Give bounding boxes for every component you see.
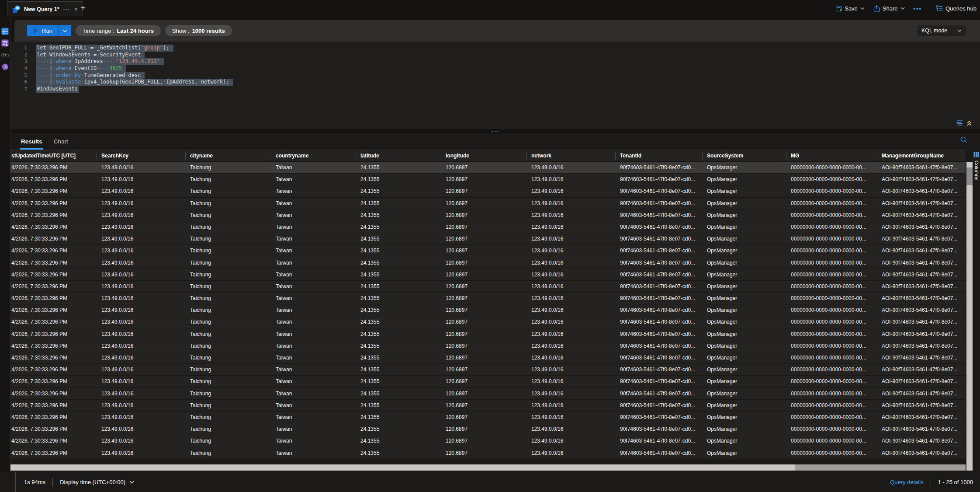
- table-row[interactable]: 4/2026, 7:30:33.296 PM123.49.0.0/16Taich…: [10, 352, 966, 364]
- tables-icon[interactable]: [1, 27, 9, 35]
- columns-panel-tab[interactable]: Columns: [973, 150, 980, 464]
- save-button[interactable]: Save: [835, 5, 865, 12]
- column-header[interactable]: latitude: [356, 150, 441, 161]
- table-cell: 123.49.0.0/16: [527, 269, 616, 280]
- horizontal-scrollbar-thumb[interactable]: [795, 464, 966, 471]
- editor-results-splitter[interactable]: ···: [10, 129, 980, 133]
- table-cell: 24.1355: [356, 245, 441, 256]
- table-row[interactable]: 4/2026, 7:30:33.296 PM123.49.0.0/16Taich…: [10, 304, 966, 316]
- table-cell: 90f74603-5461-47f0-8e07-cd0...: [616, 162, 703, 173]
- table-row[interactable]: 4/2026, 7:30:33.296 PM123.49.0.0/16Taich…: [10, 257, 966, 269]
- query-history-icon[interactable]: [1, 63, 9, 70]
- code-line[interactable]: 5····|·order·by·TimeGenerated·desc: [10, 72, 980, 79]
- table-cell: 90f74603-5461-47f0-8e07-cd0...: [616, 376, 703, 387]
- table-row[interactable]: 4/2026, 7:30:33.296 PM123.49.0.0/16Taich…: [10, 269, 966, 281]
- vertical-scrollbar-thumb[interactable]: [966, 167, 973, 185]
- tab-close-icon[interactable]: ×: [74, 6, 78, 13]
- collapse-editor-icon[interactable]: [966, 120, 972, 126]
- column-header[interactable]: SourceSystem: [703, 150, 786, 161]
- column-header[interactable]: TenantId: [616, 150, 703, 161]
- query-tab[interactable]: New Query 1* ··· ×: [7, 1, 83, 16]
- show-results-pill[interactable]: Show : 1000 results: [165, 25, 232, 36]
- vertical-scrollbar[interactable]: [966, 162, 973, 471]
- time-range-pill[interactable]: Time range : Last 24 hours: [76, 25, 161, 36]
- table-cell: 123.49.0.0/16: [97, 185, 186, 197]
- table-cell: 123.49.0.0/16: [97, 388, 186, 399]
- column-header[interactable]: network: [527, 150, 616, 161]
- table-cell: 90f74603-5461-47f0-8e07-cd0...: [616, 316, 703, 328]
- table-row[interactable]: 4/2026, 7:30:33.296 PM123.49.0.0/16Taich…: [10, 281, 966, 293]
- more-actions-icon[interactable]: •••: [914, 5, 922, 12]
- table-cell: 120.6897: [441, 376, 527, 387]
- table-row[interactable]: 4/2026, 7:30:33.296 PM123.49.0.0/16Taich…: [10, 245, 966, 257]
- table-row[interactable]: 4/2026, 7:30:33.296 PM123.49.0.0/16Taich…: [10, 162, 966, 174]
- show-label: Show :: [172, 28, 190, 34]
- table-cell: Taichung: [186, 209, 271, 221]
- table-cell: 00000000-0000-0000-0000-00...: [786, 257, 877, 269]
- code-line[interactable]: 4····|·where·EventID·==·4625: [10, 65, 980, 72]
- table-cell: 24.1355: [356, 174, 441, 185]
- save-icon: [835, 5, 842, 12]
- table-cell: 24.1355: [356, 423, 441, 435]
- code-line[interactable]: 6····|·evaluate·ipv4_lookup(GeoIPDB_FULL…: [10, 79, 980, 86]
- table-cell: 123.49.0.0/16: [527, 376, 616, 387]
- table-row[interactable]: 4/2026, 7:30:33.296 PM123.49.0.0/16Taich…: [10, 316, 966, 328]
- queries-hub-button[interactable]: Queries hub: [936, 5, 977, 12]
- tab-chart[interactable]: Chart: [53, 138, 69, 150]
- column-header[interactable]: MG: [786, 150, 877, 161]
- new-tab-button[interactable]: +: [78, 3, 88, 14]
- table-row[interactable]: 4/2026, 7:30:33.296 PM123.49.0.0/16Taich…: [10, 198, 966, 209]
- table-row[interactable]: 4/2026, 7:30:33.296 PM123.49.0.0/16Taich…: [10, 221, 966, 233]
- table-row[interactable]: 4/2026, 7:30:33.296 PM123.49.0.0/16Taich…: [10, 185, 966, 197]
- table-row[interactable]: 4/2026, 7:30:33.296 PM123.49.0.0/16Taich…: [10, 412, 966, 423]
- tab-results[interactable]: Results: [20, 138, 43, 150]
- table-row[interactable]: 4/2026, 7:30:33.296 PM123.49.0.0/16Taich…: [10, 293, 966, 304]
- table-row[interactable]: 4/2026, 7:30:33.296 PM123.49.0.0/16Taich…: [10, 400, 966, 412]
- column-header[interactable]: SearchKey: [97, 150, 186, 161]
- table-cell: 90f74603-5461-47f0-8e07-cd0...: [616, 423, 703, 435]
- table-cell: 120.6897: [441, 269, 527, 280]
- functions-icon[interactable]: {fx}: [1, 51, 9, 59]
- table-cell: 123.49.0.0/16: [97, 447, 186, 459]
- table-cell: 123.49.0.0/16: [97, 162, 186, 173]
- share-button[interactable]: Share: [873, 5, 905, 12]
- column-header[interactable]: countryname: [271, 150, 356, 161]
- table-row[interactable]: 4/2026, 7:30:33.296 PM123.49.0.0/16Taich…: [10, 233, 966, 245]
- run-dropdown-button[interactable]: [59, 25, 71, 36]
- code-line[interactable]: 7WindowsEvents: [10, 86, 980, 93]
- table-row[interactable]: 4/2026, 7:30:33.296 PM123.49.0.0/16Taich…: [10, 364, 966, 376]
- column-header[interactable]: stUpdatedTimeUTC [UTC]: [10, 150, 97, 161]
- table-cell: 123.49.0.0/16: [527, 293, 616, 304]
- display-time-select[interactable]: Display time (UTC+00:00): [60, 479, 134, 485]
- horizontal-scrollbar[interactable]: [10, 464, 966, 471]
- table-cell: 24.1355: [356, 233, 441, 244]
- table-row[interactable]: 4/2026, 7:30:33.296 PM123.49.0.0/16Taich…: [10, 174, 966, 185]
- search-results-button[interactable]: [960, 136, 967, 143]
- table-cell: 4/2026, 7:30:33.296 PM: [10, 281, 97, 292]
- kql-query-editor[interactable]: 1let·GeoIPDB_FULL·=·_GetWatchlist("geoip…: [10, 42, 980, 129]
- column-header[interactable]: cityname: [186, 150, 271, 161]
- table-row[interactable]: 4/2026, 7:30:33.296 PM123.49.0.0/16Taich…: [10, 209, 966, 221]
- editor-options-icon[interactable]: [956, 120, 963, 126]
- kql-mode-select[interactable]: KQL mode: [918, 25, 966, 36]
- table-row[interactable]: 4/2026, 7:30:33.296 PM123.49.0.0/16Taich…: [10, 340, 966, 352]
- table-cell: 90f74603-5461-47f0-8e07-cd0...: [616, 388, 703, 399]
- tab-menu-icon[interactable]: ···: [63, 6, 70, 12]
- kql-mode-label: KQL mode: [921, 28, 947, 34]
- code-line[interactable]: 1let·GeoIPDB_FULL·=·_GetWatchlist("geoip…: [10, 45, 980, 52]
- query-details-link[interactable]: Query details: [890, 479, 924, 485]
- table-cell: 120.6897: [441, 388, 527, 399]
- table-row[interactable]: 4/2026, 7:30:33.296 PM123.49.0.0/16Taich…: [10, 388, 966, 400]
- column-header[interactable]: longitude: [441, 150, 527, 161]
- column-header[interactable]: ManagementGroupName: [877, 150, 966, 161]
- table-row[interactable]: 4/2026, 7:30:33.296 PM123.49.0.0/16Taich…: [10, 423, 966, 435]
- table-row[interactable]: 4/2026, 7:30:33.296 PM123.49.0.0/16Taich…: [10, 435, 966, 447]
- table-row[interactable]: 4/2026, 7:30:33.296 PM123.49.0.0/16Taich…: [10, 376, 966, 387]
- table-row[interactable]: 4/2026, 7:30:33.296 PM123.49.0.0/16Taich…: [10, 447, 966, 459]
- queries-icon[interactable]: [1, 39, 9, 47]
- code-line[interactable]: 3····|·where·IpAddress·==·"123.49.4.211": [10, 58, 980, 65]
- code-line[interactable]: 2let·WindowsEvents·=·SecurityEvent: [10, 52, 980, 59]
- table-row[interactable]: 4/2026, 7:30:33.296 PM123.49.0.0/16Taich…: [10, 328, 966, 340]
- run-button[interactable]: Run: [27, 25, 71, 36]
- share-icon: [873, 5, 880, 12]
